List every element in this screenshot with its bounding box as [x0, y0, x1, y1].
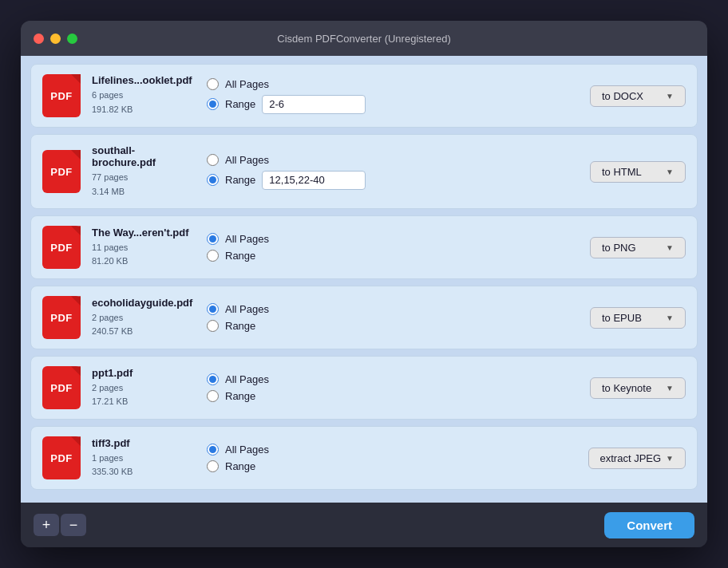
file-row: PDF Lifelines...ooklet.pdf 6 pages191.82… [30, 64, 698, 128]
range-radio[interactable] [207, 390, 219, 402]
convert-option: to HTML ▼ [558, 161, 686, 183]
file-row: PDF southall-brochure.pdf 77 pages3.14 M… [30, 134, 698, 209]
format-label: to EPUB [602, 312, 642, 324]
file-pages: 1 pages335.30 KB [92, 452, 196, 479]
file-name: ecoholidayguide.pdf [92, 297, 196, 309]
pdf-icon: PDF [42, 226, 81, 269]
format-label: to HTML [602, 166, 642, 178]
chevron-down-icon: ▼ [666, 168, 674, 176]
range-label: Range [225, 460, 255, 472]
add-file-button[interactable]: + [34, 514, 59, 536]
maximize-button[interactable] [67, 34, 77, 44]
format-label: to DOCX [602, 90, 643, 102]
range-radio[interactable] [207, 250, 219, 262]
page-options: All Pages Range [207, 303, 547, 332]
format-label: extract JPEG [600, 452, 662, 464]
range-radio[interactable] [207, 320, 219, 332]
range-row: Range [207, 171, 547, 190]
format-dropdown[interactable]: to HTML ▼ [590, 161, 686, 183]
pdf-label: PDF [50, 382, 73, 394]
file-info: ppt1.pdf 2 pages17.21 KB [92, 367, 196, 409]
pdf-label: PDF [50, 90, 73, 102]
all-pages-radio[interactable] [207, 154, 219, 166]
range-row: Range [207, 320, 547, 332]
range-radio[interactable] [207, 98, 219, 110]
range-label: Range [225, 320, 255, 332]
pdf-icon: PDF [42, 436, 81, 479]
all-pages-row: All Pages [207, 303, 547, 315]
page-options: All Pages Range [207, 373, 547, 402]
all-pages-radio[interactable] [207, 444, 219, 456]
file-row: PDF tiff3.pdf 1 pages335.30 KB All Pages… [30, 426, 698, 490]
file-name: southall-brochure.pdf [92, 144, 196, 168]
all-pages-row: All Pages [207, 373, 547, 385]
page-options: All Pages Range [207, 78, 547, 114]
file-name: The Way...eren't.pdf [92, 227, 196, 239]
all-pages-row: All Pages [207, 78, 547, 90]
convert-option: to DOCX ▼ [558, 85, 686, 107]
file-info: ecoholidayguide.pdf 2 pages240.57 KB [92, 297, 196, 339]
range-input[interactable] [262, 95, 366, 114]
all-pages-radio[interactable] [207, 78, 219, 90]
all-pages-label: All Pages [225, 373, 269, 385]
convert-button[interactable]: Convert [604, 512, 694, 538]
range-label: Range [225, 250, 255, 262]
file-list: PDF Lifelines...ooklet.pdf 6 pages191.82… [21, 56, 707, 503]
convert-option: to PNG ▼ [558, 237, 686, 258]
file-name: ppt1.pdf [92, 367, 196, 379]
all-pages-row: All Pages [207, 154, 547, 166]
toolbar-left: + − [34, 514, 86, 536]
all-pages-label: All Pages [225, 444, 269, 456]
format-dropdown[interactable]: to DOCX ▼ [590, 85, 686, 107]
file-name: Lifelines...ooklet.pdf [92, 74, 196, 86]
all-pages-label: All Pages [225, 233, 269, 245]
pdf-icon: PDF [42, 366, 81, 409]
minimize-button[interactable] [50, 34, 61, 44]
file-pages: 2 pages17.21 KB [92, 381, 196, 409]
all-pages-radio[interactable] [207, 303, 219, 315]
range-input[interactable] [262, 171, 366, 190]
range-row: Range [207, 250, 547, 262]
all-pages-label: All Pages [225, 78, 269, 90]
range-label: Range [225, 98, 255, 110]
range-label: Range [225, 390, 255, 402]
traffic-lights [34, 34, 77, 44]
pdf-label: PDF [50, 242, 73, 254]
chevron-down-icon: ▼ [666, 314, 674, 322]
all-pages-label: All Pages [225, 303, 269, 315]
toolbar: + − Convert [21, 503, 707, 547]
all-pages-radio[interactable] [207, 373, 219, 385]
all-pages-label: All Pages [225, 154, 269, 166]
format-dropdown[interactable]: to PNG ▼ [590, 237, 686, 258]
file-info: tiff3.pdf 1 pages335.30 KB [92, 437, 196, 479]
page-options: All Pages Range [207, 444, 547, 472]
window-title: Cisdem PDFConverter (Unregistered) [277, 33, 450, 45]
pdf-label: PDF [50, 166, 73, 178]
file-pages: 11 pages81.20 KB [92, 241, 196, 269]
file-row: PDF The Way...eren't.pdf 11 pages81.20 K… [30, 215, 698, 279]
chevron-down-icon: ▼ [666, 454, 674, 463]
convert-option: to EPUB ▼ [558, 307, 686, 329]
range-radio[interactable] [207, 460, 219, 472]
page-options: All Pages Range [207, 233, 547, 262]
pdf-icon: PDF [42, 74, 81, 117]
close-button[interactable] [34, 34, 44, 44]
main-window: Cisdem PDFConverter (Unregistered) PDF L… [21, 21, 707, 547]
file-row: PDF ppt1.pdf 2 pages17.21 KB All Pages R… [30, 356, 698, 420]
format-dropdown[interactable]: to EPUB ▼ [590, 307, 686, 329]
page-options: All Pages Range [207, 154, 547, 190]
format-label: to Keynote [602, 382, 651, 394]
format-dropdown[interactable]: extract JPEG ▼ [588, 448, 686, 469]
chevron-down-icon: ▼ [666, 92, 674, 101]
all-pages-radio[interactable] [207, 233, 219, 245]
format-label: to PNG [602, 242, 636, 254]
range-radio[interactable] [207, 174, 219, 186]
file-pages: 77 pages3.14 MB [92, 171, 196, 199]
remove-file-button[interactable]: − [61, 514, 86, 536]
chevron-down-icon: ▼ [666, 243, 674, 252]
file-pages: 2 pages240.57 KB [92, 311, 196, 339]
range-row: Range [207, 460, 547, 472]
file-pages: 6 pages191.82 KB [92, 89, 196, 116]
format-dropdown[interactable]: to Keynote ▼ [590, 377, 686, 399]
chevron-down-icon: ▼ [666, 384, 674, 392]
